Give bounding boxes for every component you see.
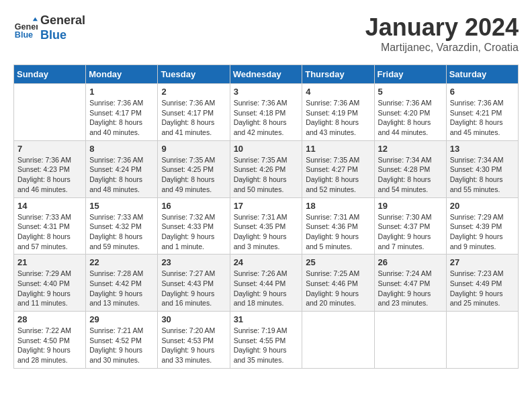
day-info: Sunrise: 7:26 AM Sunset: 4:44 PM Dayligh… xyxy=(234,269,299,308)
day-number: 27 xyxy=(450,257,515,267)
day-number: 6 xyxy=(450,87,515,97)
day-number: 1 xyxy=(89,87,154,97)
calendar-cell: 16Sunrise: 7:32 AM Sunset: 4:33 PM Dayli… xyxy=(158,197,230,255)
day-info: Sunrise: 7:31 AM Sunset: 4:36 PM Dayligh… xyxy=(306,212,370,252)
weekday-header-cell: Monday xyxy=(86,65,158,84)
calendar-cell: 29Sunrise: 7:21 AM Sunset: 4:52 PM Dayli… xyxy=(86,312,158,369)
day-info: Sunrise: 7:34 AM Sunset: 4:30 PM Dayligh… xyxy=(450,155,515,195)
calendar-cell: 15Sunrise: 7:33 AM Sunset: 4:32 PM Dayli… xyxy=(86,197,158,255)
calendar-cell: 3Sunrise: 7:36 AM Sunset: 4:18 PM Daylig… xyxy=(230,84,302,141)
day-number: 22 xyxy=(89,257,154,267)
day-number: 4 xyxy=(306,87,370,97)
calendar-cell: 14Sunrise: 7:33 AM Sunset: 4:31 PM Dayli… xyxy=(14,197,86,255)
day-info: Sunrise: 7:20 AM Sunset: 4:53 PM Dayligh… xyxy=(161,326,226,365)
logo-blue: Blue xyxy=(40,28,85,43)
calendar-cell: 4Sunrise: 7:36 AM Sunset: 4:19 PM Daylig… xyxy=(302,84,374,141)
day-number: 19 xyxy=(378,201,443,211)
day-number: 28 xyxy=(17,314,82,324)
day-info: Sunrise: 7:32 AM Sunset: 4:33 PM Dayligh… xyxy=(161,212,226,252)
day-number: 23 xyxy=(161,257,226,267)
calendar-cell: 1Sunrise: 7:36 AM Sunset: 4:17 PM Daylig… xyxy=(86,84,158,141)
day-info: Sunrise: 7:35 AM Sunset: 4:27 PM Dayligh… xyxy=(306,155,370,195)
calendar-cell xyxy=(446,312,518,369)
calendar-cell: 13Sunrise: 7:34 AM Sunset: 4:30 PM Dayli… xyxy=(446,140,518,197)
calendar-week-row: 14Sunrise: 7:33 AM Sunset: 4:31 PM Dayli… xyxy=(14,197,519,255)
weekday-header-cell: Sunday xyxy=(14,65,86,84)
day-info: Sunrise: 7:27 AM Sunset: 4:43 PM Dayligh… xyxy=(161,269,226,308)
calendar-body: 1Sunrise: 7:36 AM Sunset: 4:17 PM Daylig… xyxy=(14,84,519,369)
day-info: Sunrise: 7:29 AM Sunset: 4:39 PM Dayligh… xyxy=(450,212,515,252)
day-number: 8 xyxy=(89,144,154,154)
day-info: Sunrise: 7:36 AM Sunset: 4:17 PM Dayligh… xyxy=(161,98,226,138)
day-number: 13 xyxy=(450,144,515,154)
calendar-cell: 22Sunrise: 7:28 AM Sunset: 4:42 PM Dayli… xyxy=(86,255,158,312)
day-number: 5 xyxy=(378,87,443,97)
calendar-cell: 30Sunrise: 7:20 AM Sunset: 4:53 PM Dayli… xyxy=(158,312,230,369)
location-title: Martijanec, Varazdin, Croatia xyxy=(365,42,519,54)
logo-icon: General Blue xyxy=(13,16,38,40)
calendar-cell xyxy=(302,312,374,369)
day-number: 10 xyxy=(234,144,299,154)
day-number: 18 xyxy=(306,201,370,211)
day-number: 17 xyxy=(234,201,299,211)
month-title: January 2024 xyxy=(365,13,519,42)
calendar-cell: 26Sunrise: 7:24 AM Sunset: 4:47 PM Dayli… xyxy=(374,255,446,312)
day-info: Sunrise: 7:23 AM Sunset: 4:49 PM Dayligh… xyxy=(450,269,515,308)
day-info: Sunrise: 7:33 AM Sunset: 4:31 PM Dayligh… xyxy=(17,212,82,252)
calendar-week-row: 28Sunrise: 7:22 AM Sunset: 4:50 PM Dayli… xyxy=(14,312,519,369)
calendar-cell: 31Sunrise: 7:19 AM Sunset: 4:55 PM Dayli… xyxy=(230,312,302,369)
calendar-cell: 7Sunrise: 7:36 AM Sunset: 4:23 PM Daylig… xyxy=(14,140,86,197)
day-info: Sunrise: 7:36 AM Sunset: 4:24 PM Dayligh… xyxy=(89,155,154,195)
calendar-cell: 6Sunrise: 7:36 AM Sunset: 4:21 PM Daylig… xyxy=(446,84,518,141)
day-info: Sunrise: 7:31 AM Sunset: 4:35 PM Dayligh… xyxy=(234,212,299,252)
day-info: Sunrise: 7:29 AM Sunset: 4:40 PM Dayligh… xyxy=(17,269,82,308)
day-info: Sunrise: 7:36 AM Sunset: 4:20 PM Dayligh… xyxy=(378,98,443,138)
calendar-cell: 19Sunrise: 7:30 AM Sunset: 4:37 PM Dayli… xyxy=(374,197,446,255)
calendar-cell: 24Sunrise: 7:26 AM Sunset: 4:44 PM Dayli… xyxy=(230,255,302,312)
calendar-cell: 9Sunrise: 7:35 AM Sunset: 4:25 PM Daylig… xyxy=(158,140,230,197)
day-info: Sunrise: 7:34 AM Sunset: 4:28 PM Dayligh… xyxy=(378,155,443,195)
weekday-header-cell: Wednesday xyxy=(230,65,302,84)
day-number: 29 xyxy=(89,314,154,324)
day-number: 30 xyxy=(161,314,226,324)
logo-general: General xyxy=(40,13,85,28)
calendar-week-row: 1Sunrise: 7:36 AM Sunset: 4:17 PM Daylig… xyxy=(14,84,519,141)
day-number: 31 xyxy=(234,314,299,324)
calendar-week-row: 21Sunrise: 7:29 AM Sunset: 4:40 PM Dayli… xyxy=(14,255,519,312)
page-header: General Blue General Blue January 2024 M… xyxy=(13,13,519,54)
weekday-header-cell: Friday xyxy=(374,65,446,84)
calendar-cell: 10Sunrise: 7:35 AM Sunset: 4:26 PM Dayli… xyxy=(230,140,302,197)
day-info: Sunrise: 7:21 AM Sunset: 4:52 PM Dayligh… xyxy=(89,326,154,365)
calendar-table: SundayMondayTuesdayWednesdayThursdayFrid… xyxy=(13,64,519,369)
day-info: Sunrise: 7:25 AM Sunset: 4:46 PM Dayligh… xyxy=(306,269,370,308)
calendar-cell: 27Sunrise: 7:23 AM Sunset: 4:49 PM Dayli… xyxy=(446,255,518,312)
day-number: 3 xyxy=(234,87,299,97)
calendar-cell: 20Sunrise: 7:29 AM Sunset: 4:39 PM Dayli… xyxy=(446,197,518,255)
calendar-cell xyxy=(374,312,446,369)
svg-marker-3 xyxy=(33,17,38,20)
weekday-header-cell: Saturday xyxy=(446,65,518,84)
calendar-cell: 5Sunrise: 7:36 AM Sunset: 4:20 PM Daylig… xyxy=(374,84,446,141)
day-info: Sunrise: 7:28 AM Sunset: 4:42 PM Dayligh… xyxy=(89,269,154,308)
day-number: 25 xyxy=(306,257,370,267)
day-info: Sunrise: 7:30 AM Sunset: 4:37 PM Dayligh… xyxy=(378,212,443,252)
calendar-cell: 12Sunrise: 7:34 AM Sunset: 4:28 PM Dayli… xyxy=(374,140,446,197)
day-number: 2 xyxy=(161,87,226,97)
weekday-header-row: SundayMondayTuesdayWednesdayThursdayFrid… xyxy=(14,65,519,84)
calendar-cell: 2Sunrise: 7:36 AM Sunset: 4:17 PM Daylig… xyxy=(158,84,230,141)
calendar-cell: 11Sunrise: 7:35 AM Sunset: 4:27 PM Dayli… xyxy=(302,140,374,197)
day-info: Sunrise: 7:36 AM Sunset: 4:21 PM Dayligh… xyxy=(450,98,515,138)
calendar-cell: 18Sunrise: 7:31 AM Sunset: 4:36 PM Dayli… xyxy=(302,197,374,255)
title-area: January 2024 Martijanec, Varazdin, Croat… xyxy=(365,13,519,54)
day-number: 21 xyxy=(17,257,82,267)
logo: General Blue General Blue xyxy=(13,13,85,42)
day-number: 26 xyxy=(378,257,443,267)
day-info: Sunrise: 7:24 AM Sunset: 4:47 PM Dayligh… xyxy=(378,269,443,308)
weekday-header-cell: Thursday xyxy=(302,65,374,84)
day-info: Sunrise: 7:36 AM Sunset: 4:18 PM Dayligh… xyxy=(234,98,299,138)
calendar-week-row: 7Sunrise: 7:36 AM Sunset: 4:23 PM Daylig… xyxy=(14,140,519,197)
day-info: Sunrise: 7:22 AM Sunset: 4:50 PM Dayligh… xyxy=(17,326,82,365)
day-info: Sunrise: 7:33 AM Sunset: 4:32 PM Dayligh… xyxy=(89,212,154,252)
day-number: 20 xyxy=(450,201,515,211)
day-number: 12 xyxy=(378,144,443,154)
